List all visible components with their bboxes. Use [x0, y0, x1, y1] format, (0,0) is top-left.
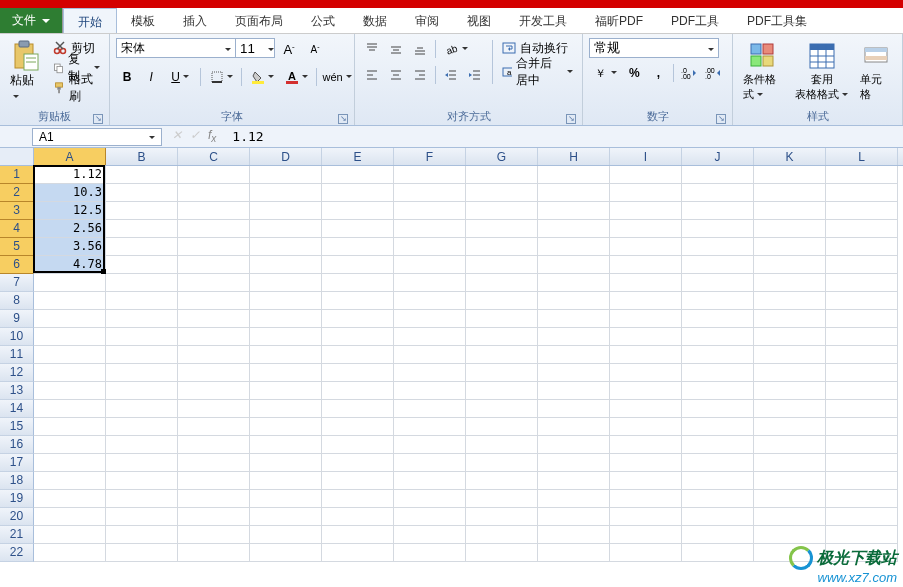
tab-7[interactable]: 视图	[453, 8, 505, 33]
cell[interactable]	[34, 436, 106, 454]
align-bottom-button[interactable]	[409, 38, 431, 60]
cell[interactable]	[826, 292, 898, 310]
cell[interactable]	[106, 508, 178, 526]
cell[interactable]	[538, 220, 610, 238]
cell[interactable]	[826, 274, 898, 292]
cell[interactable]	[466, 328, 538, 346]
cell[interactable]	[106, 364, 178, 382]
font-color-button[interactable]: A	[280, 66, 312, 88]
cell[interactable]: 1.12	[34, 166, 106, 184]
cell[interactable]	[250, 364, 322, 382]
clipboard-dialog-icon[interactable]: ↘	[93, 114, 103, 124]
cell[interactable]	[250, 310, 322, 328]
cell[interactable]	[682, 472, 754, 490]
cell[interactable]	[106, 544, 178, 562]
row-header[interactable]: 1	[0, 166, 34, 184]
cell[interactable]	[682, 436, 754, 454]
cell[interactable]	[34, 508, 106, 526]
increase-decimal-button[interactable]: .0.00	[678, 62, 700, 84]
cell[interactable]	[34, 400, 106, 418]
cell[interactable]	[106, 184, 178, 202]
bold-button[interactable]: B	[116, 66, 138, 88]
cell[interactable]	[322, 274, 394, 292]
cell[interactable]	[394, 544, 466, 562]
cell[interactable]	[106, 238, 178, 256]
row-header[interactable]: 17	[0, 454, 34, 472]
cell[interactable]	[322, 454, 394, 472]
cell[interactable]	[538, 256, 610, 274]
cell[interactable]	[106, 274, 178, 292]
cell[interactable]	[610, 292, 682, 310]
cell[interactable]	[466, 544, 538, 562]
cell[interactable]	[178, 328, 250, 346]
cell[interactable]	[322, 382, 394, 400]
cell[interactable]	[466, 256, 538, 274]
cell[interactable]	[34, 274, 106, 292]
cell[interactable]	[322, 544, 394, 562]
cell[interactable]	[34, 364, 106, 382]
cell[interactable]	[826, 220, 898, 238]
cell[interactable]	[754, 292, 826, 310]
cell[interactable]	[538, 292, 610, 310]
cell[interactable]: 3.56	[34, 238, 106, 256]
cell[interactable]	[610, 328, 682, 346]
col-header[interactable]: C	[178, 148, 250, 165]
cell[interactable]	[826, 382, 898, 400]
cell[interactable]	[394, 490, 466, 508]
cell[interactable]	[826, 238, 898, 256]
cell[interactable]	[682, 256, 754, 274]
cell[interactable]	[754, 472, 826, 490]
cell[interactable]	[754, 310, 826, 328]
row-header[interactable]: 2	[0, 184, 34, 202]
cell[interactable]	[178, 544, 250, 562]
cell[interactable]	[466, 238, 538, 256]
col-header[interactable]: J	[682, 148, 754, 165]
col-header[interactable]: K	[754, 148, 826, 165]
cell[interactable]	[682, 364, 754, 382]
cell[interactable]	[826, 418, 898, 436]
cell[interactable]	[754, 346, 826, 364]
cell[interactable]	[394, 184, 466, 202]
cell[interactable]	[682, 508, 754, 526]
cell[interactable]	[106, 400, 178, 418]
row-header[interactable]: 12	[0, 364, 34, 382]
cell[interactable]	[106, 166, 178, 184]
cell[interactable]	[826, 472, 898, 490]
cell[interactable]	[322, 526, 394, 544]
font-name-input[interactable]	[116, 38, 236, 58]
cell[interactable]	[322, 238, 394, 256]
align-left-button[interactable]	[361, 64, 383, 86]
cell[interactable]	[466, 184, 538, 202]
cell[interactable]	[826, 436, 898, 454]
cell[interactable]	[178, 436, 250, 454]
row-header[interactable]: 14	[0, 400, 34, 418]
align-dialog-icon[interactable]: ↘	[566, 114, 576, 124]
cell[interactable]	[106, 418, 178, 436]
cell[interactable]	[394, 310, 466, 328]
cell[interactable]	[178, 166, 250, 184]
cell[interactable]	[754, 364, 826, 382]
cell[interactable]	[682, 184, 754, 202]
tab-11[interactable]: PDF工具集	[733, 8, 821, 33]
cell[interactable]	[826, 310, 898, 328]
cell[interactable]	[538, 310, 610, 328]
cell[interactable]	[466, 508, 538, 526]
cell[interactable]	[754, 382, 826, 400]
number-format-select[interactable]	[589, 38, 719, 58]
cell[interactable]	[106, 220, 178, 238]
cell[interactable]	[610, 202, 682, 220]
cell[interactable]	[754, 328, 826, 346]
cell[interactable]	[754, 220, 826, 238]
cell-styles-button[interactable]: 单元格	[856, 38, 896, 104]
cell[interactable]	[826, 526, 898, 544]
cell[interactable]	[826, 508, 898, 526]
cell[interactable]	[322, 418, 394, 436]
cell[interactable]	[394, 220, 466, 238]
cell[interactable]	[394, 436, 466, 454]
col-header[interactable]: B	[106, 148, 178, 165]
tab-2[interactable]: 插入	[169, 8, 221, 33]
cell[interactable]	[610, 256, 682, 274]
tab-4[interactable]: 公式	[297, 8, 349, 33]
cell[interactable]	[178, 454, 250, 472]
cell[interactable]	[394, 526, 466, 544]
